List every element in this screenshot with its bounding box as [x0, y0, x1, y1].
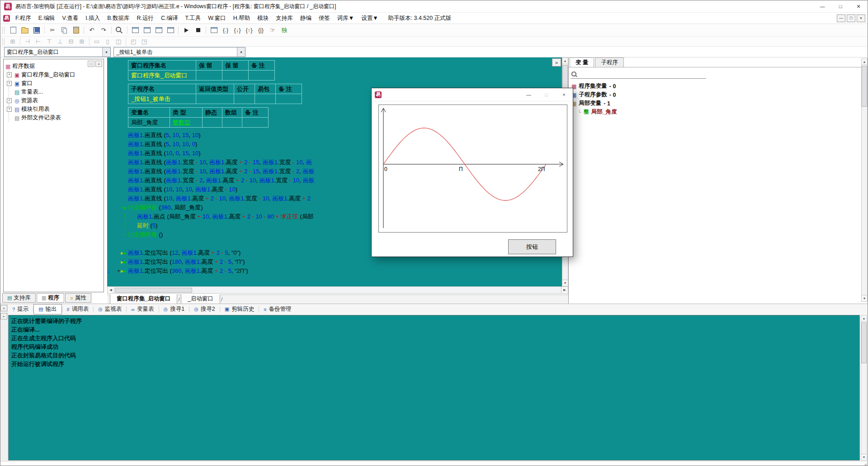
debug-run-button[interactable]: 独	[279, 25, 290, 35]
output-tab-剪辑历史[interactable]: ▣剪辑历史	[220, 304, 259, 314]
align-top-button[interactable]: ⊤	[44, 37, 54, 46]
stop-button[interactable]	[193, 25, 203, 35]
variables-tree-item[interactable]: ▦程序集变量- 0	[571, 82, 617, 90]
menu-item[interactable]: 词库▼	[334, 13, 358, 24]
save-button[interactable]	[31, 25, 42, 35]
output-scrollbar[interactable]: ▲ ▼	[861, 315, 867, 461]
step-over-button[interactable]: {.}	[220, 25, 231, 35]
code-line[interactable]: ▸▸画板1.定位写出 (180, 画板1.高度 ÷ 2 - 5, “Π”)	[107, 257, 562, 266]
scroll-up-button[interactable]: ▲	[862, 59, 867, 65]
run-button[interactable]	[181, 25, 192, 35]
table-value-cell[interactable]	[242, 118, 269, 128]
table-value-cell[interactable]	[222, 71, 249, 81]
mdi-close-button[interactable]: ×	[857, 14, 865, 22]
mdi-minimize-button[interactable]: —	[837, 14, 845, 22]
output-tab-输出[interactable]: ▤输出	[33, 304, 61, 314]
scroll-left-button[interactable]: ◀	[108, 287, 114, 293]
copy-button[interactable]	[59, 25, 70, 35]
right-panel-scroll-thumb[interactable]	[862, 66, 867, 107]
redo-button[interactable]: ↷	[98, 25, 109, 35]
left-tab-属性[interactable]: ≡属性	[65, 293, 91, 303]
toolbar-grip[interactable]	[2, 27, 5, 34]
table-value-row[interactable]: 窗口程序集_启动窗口	[128, 71, 275, 81]
output-scroll-thumb[interactable]	[861, 323, 867, 363]
program-button[interactable]: 按钮	[508, 239, 556, 254]
search-input[interactable]	[579, 69, 706, 78]
pan-hand-button[interactable]: ☞	[267, 25, 278, 35]
window-split-2-button[interactable]	[142, 25, 152, 35]
menu-item[interactable]: W.窗口	[204, 13, 230, 24]
align-left-button[interactable]: ⊣	[23, 37, 33, 46]
variables-tree-item[interactable]: ▦局部变量- 1	[571, 99, 617, 108]
same-width-button[interactable]: ▭	[92, 37, 102, 46]
output-tab-备份管理[interactable]: ≡备份管理	[259, 304, 296, 314]
center-vertical-button[interactable]: ⊞	[77, 37, 87, 46]
grid-button[interactable]: ⊞	[8, 37, 18, 46]
assembly-combobox[interactable]: 窗口程序集_启动窗口 ▼	[4, 47, 111, 57]
right-tab-子程序[interactable]: 子程序	[595, 57, 624, 67]
collapse-right-panel-button[interactable]: »	[552, 58, 561, 67]
minimize-button[interactable]: —	[813, 0, 831, 12]
find-button[interactable]	[114, 25, 125, 35]
menu-item[interactable]: 设置▼	[358, 13, 382, 24]
output-tab-提示[interactable]: ?提示	[8, 304, 33, 314]
step-into-button[interactable]: {↓}	[232, 25, 243, 35]
undo-button[interactable]: ↶	[86, 25, 97, 35]
editor-hscrollbar[interactable]: ◀ ▶	[107, 286, 568, 294]
scroll-up-button[interactable]: ▲	[861, 315, 867, 322]
table-value-cell[interactable]: 整数型	[170, 118, 203, 128]
menu-item[interactable]: I.插入	[82, 13, 104, 24]
scroll-down-button[interactable]: ▼	[861, 454, 867, 460]
align-right-button[interactable]: ⊢	[33, 37, 43, 46]
output-tab-监视表[interactable]: ◎监视表	[94, 304, 126, 314]
left-tab-程序[interactable]: ▥程序	[37, 293, 64, 303]
expand-icon[interactable]: +	[7, 107, 12, 112]
tree-item[interactable]: +▤模块引用表	[14, 105, 102, 114]
space-vertical-button[interactable]: ◳	[139, 37, 149, 46]
table-value-cell[interactable]	[234, 94, 255, 104]
debug-window-button[interactable]	[208, 25, 219, 35]
scroll-right-button[interactable]: ▶	[561, 287, 568, 293]
table-value-cell[interactable]	[276, 94, 302, 104]
tree-item[interactable]: ▤外部文件记录表	[14, 114, 102, 122]
tree-item[interactable]: ▤常量表...	[14, 88, 102, 96]
program-window[interactable]: 易 — □ × 0Π2Π 按钮	[371, 88, 573, 257]
program-window-titlebar[interactable]: 易 — □ ×	[372, 88, 573, 101]
output-pin-button[interactable]: ▪	[0, 313, 7, 319]
table-value-cell[interactable]	[222, 118, 242, 128]
right-panel-scrollbar[interactable]: ▲ ▼	[861, 58, 868, 302]
menu-item[interactable]: E.编辑	[35, 13, 59, 24]
new-button[interactable]	[8, 25, 19, 35]
center-horizontal-button[interactable]: ⊟	[66, 37, 76, 46]
output-tab-调用表[interactable]: #调用表	[62, 304, 94, 314]
resize-grip[interactable]: ◢	[863, 462, 867, 466]
mdi-restore-button[interactable]: □	[847, 14, 855, 22]
maximize-button[interactable]: □	[831, 0, 849, 12]
menu-item[interactable]: 模块	[254, 13, 272, 24]
menu-item[interactable]: B.数据库	[104, 13, 133, 24]
menu-item[interactable]: H.帮助	[230, 13, 254, 24]
table-value-cell[interactable]	[203, 118, 222, 128]
menu-item[interactable]: V.查看	[59, 13, 82, 24]
scroll-up-button[interactable]: ▲	[562, 58, 568, 64]
table-value-cell[interactable]: _按钮1_被单击	[128, 94, 196, 104]
menu-item[interactable]: C.编译	[157, 13, 182, 24]
subroutine-combobox[interactable]: _按钮1_被单击 ▼	[113, 47, 245, 57]
menu-item[interactable]: 静编	[297, 13, 315, 24]
window-split-3-button[interactable]	[153, 25, 164, 35]
tree-item[interactable]: +▣窗口程序集_启动窗口	[14, 71, 102, 79]
table-value-row[interactable]: 局部_角度整数型	[128, 118, 269, 128]
left-tab-支持库[interactable]: ▤支持库	[2, 293, 36, 303]
dropdown-arrow-icon[interactable]: ▼	[237, 48, 245, 57]
editor-tab[interactable]: _启动窗口	[181, 295, 220, 304]
menu-item[interactable]: 支持库	[272, 13, 297, 24]
run-to-cursor-button[interactable]: {|}	[255, 25, 266, 35]
step-out-button[interactable]: {↑}	[244, 25, 255, 35]
program-maximize-button[interactable]: □	[538, 88, 555, 101]
program-minimize-button[interactable]: —	[520, 88, 538, 101]
output-tab-搜寻2[interactable]: ◎搜寻2	[189, 304, 220, 314]
output-tab-搜寻1[interactable]: ◎搜寻1	[159, 304, 189, 314]
table-value-row[interactable]: _按钮1_被单击	[128, 94, 302, 104]
space-horizontal-button[interactable]: ◰	[128, 37, 138, 46]
table-value-cell[interactable]	[196, 71, 222, 81]
